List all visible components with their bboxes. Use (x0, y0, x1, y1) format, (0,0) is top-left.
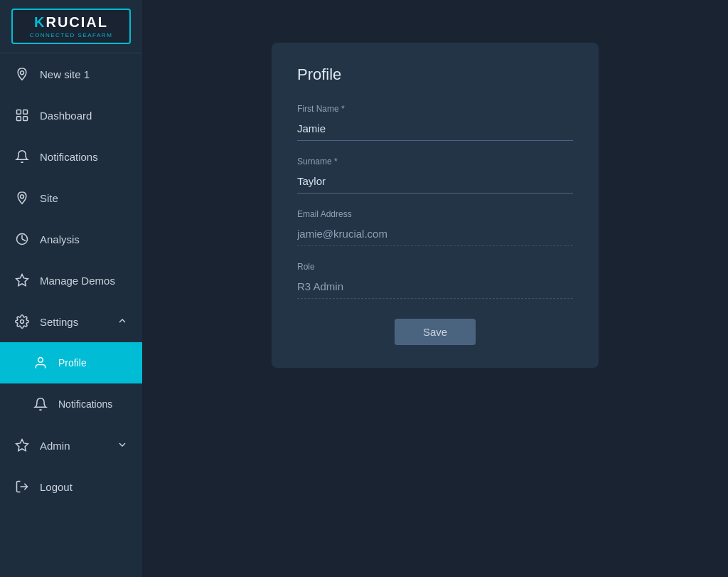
dashboard-icon (14, 107, 30, 123)
sidebar-item-profile-label: Profile (58, 357, 87, 369)
sidebar-item-manage-demos[interactable]: Manage Demos (0, 260, 142, 301)
first-name-group: First Name * (297, 104, 573, 141)
surname-group: Surname * (297, 157, 573, 194)
role-input (297, 276, 573, 299)
email-input (297, 223, 573, 246)
sidebar-item-notifications-label: Notifications (40, 151, 98, 163)
nav-list: New site 1 Dashboard Notifications Site (0, 53, 142, 577)
sidebar-item-notifications[interactable]: Notifications (0, 136, 142, 177)
sidebar: KRUCIAL CONNECTED SEAFARM New site 1 Das… (0, 0, 142, 577)
star-icon (14, 272, 30, 288)
logout-icon (14, 479, 30, 494)
first-name-input[interactable] (297, 118, 573, 141)
svg-point-5 (21, 195, 24, 198)
first-name-label: First Name * (297, 104, 573, 114)
admin-icon (14, 438, 30, 453)
sidebar-item-settings[interactable]: Settings (0, 301, 142, 342)
role-label: Role (297, 262, 573, 272)
surname-input[interactable] (297, 171, 573, 194)
logo-area: KRUCIAL CONNECTED SEAFARM (0, 0, 142, 53)
sidebar-item-admin[interactable]: Admin (0, 425, 142, 466)
chart-icon (14, 231, 30, 247)
logo-box: KRUCIAL CONNECTED SEAFARM (11, 9, 131, 44)
svg-rect-2 (23, 110, 28, 115)
sidebar-item-settings-label: Settings (40, 316, 78, 328)
location-icon (14, 66, 30, 82)
sidebar-item-notifications-sub[interactable]: Notifications (0, 383, 142, 425)
sidebar-item-dashboard[interactable]: Dashboard (0, 95, 142, 136)
sidebar-item-new-site-label: New site 1 (40, 68, 90, 80)
svg-point-0 (21, 71, 24, 75)
bell-sub-icon (33, 396, 48, 412)
profile-icon (33, 355, 48, 371)
sidebar-item-dashboard-label: Dashboard (40, 110, 92, 122)
sidebar-item-logout[interactable]: Logout (0, 466, 142, 507)
map-pin-icon (14, 190, 30, 206)
profile-title: Profile (297, 65, 573, 84)
gear-icon (14, 314, 30, 329)
chevron-down-icon (117, 439, 128, 452)
sidebar-item-logout-label: Logout (40, 481, 73, 493)
svg-marker-10 (16, 440, 28, 451)
svg-point-8 (21, 320, 24, 324)
logo-subtitle: CONNECTED SEAFARM (30, 32, 113, 38)
svg-marker-7 (16, 275, 28, 286)
sidebar-item-analysis-label: Analysis (40, 233, 80, 245)
sidebar-item-profile[interactable]: Profile (0, 342, 142, 383)
sidebar-item-admin-label: Admin (40, 440, 70, 452)
chevron-up-icon (117, 315, 128, 329)
svg-rect-4 (23, 117, 28, 121)
svg-point-9 (38, 358, 43, 363)
sidebar-item-site[interactable]: Site (0, 177, 142, 218)
role-group: Role (297, 262, 573, 299)
sidebar-item-manage-demos-label: Manage Demos (40, 275, 115, 287)
logo-rest: RUCIAL (46, 14, 108, 30)
save-button[interactable]: Save (395, 319, 476, 345)
email-label: Email Address (297, 209, 573, 219)
svg-rect-1 (17, 110, 21, 115)
main-content: Profile First Name * Surname * Email Add… (142, 0, 728, 577)
bell-icon (14, 149, 30, 164)
email-group: Email Address (297, 209, 573, 246)
svg-rect-3 (17, 117, 21, 121)
sidebar-item-site-label: Site (40, 192, 58, 204)
logo-k: K (34, 14, 46, 30)
sidebar-item-notifications-sub-label: Notifications (58, 398, 112, 410)
sidebar-item-analysis[interactable]: Analysis (0, 218, 142, 260)
sidebar-item-new-site[interactable]: New site 1 (0, 53, 142, 95)
profile-card: Profile First Name * Surname * Email Add… (272, 43, 599, 368)
surname-label: Surname * (297, 157, 573, 166)
logo-title: KRUCIAL (34, 14, 108, 31)
